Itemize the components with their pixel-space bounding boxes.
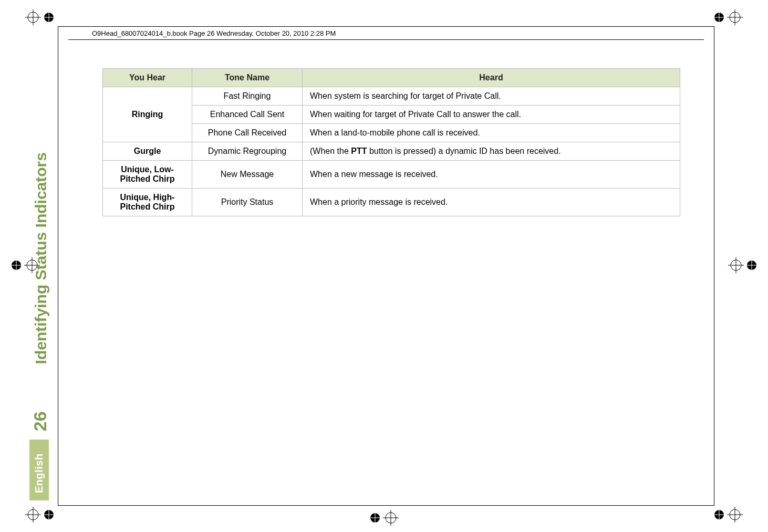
- heard-cell: When waiting for target of Private Call …: [303, 106, 680, 124]
- table-row: Ringing Fast Ringing When system is sear…: [103, 87, 680, 106]
- you-hear-cell: Unique, Low-Pitched Chirp: [103, 161, 192, 189]
- masthead-text: O9Head_68007024014_b.book Page 26 Wednes…: [92, 29, 336, 37]
- registration-mark-icon: [25, 9, 55, 25]
- section-title: Identifying Status Indicators: [33, 152, 49, 411]
- alert-tones-table: You Hear Tone Name Heard Ringing Fast Ri…: [102, 68, 680, 216]
- table-header: Heard: [303, 69, 680, 87]
- side-tab: English 26 Identifying Status Indicators: [29, 152, 49, 500]
- heard-cell: When system is searching for target of P…: [303, 87, 680, 106]
- tone-name-cell: Fast Ringing: [192, 87, 303, 106]
- you-hear-cell: Ringing: [103, 87, 192, 142]
- tone-name-cell: New Message: [192, 161, 303, 189]
- table-row: Gurgle Dynamic Regrouping (When the PTT …: [103, 142, 680, 161]
- tone-name-cell: Phone Call Received: [192, 124, 303, 142]
- page-number: 26: [31, 411, 49, 440]
- table-header: Tone Name: [192, 69, 303, 87]
- table-header: You Hear: [103, 69, 192, 87]
- heard-cell: (When the PTT button is pressed) a dynam…: [303, 142, 680, 161]
- content-area: You Hear Tone Name Heard Ringing Fast Ri…: [102, 68, 680, 216]
- registration-mark-icon: [25, 507, 55, 523]
- heard-cell: When a new message is received.: [303, 161, 680, 189]
- language-label: English: [29, 440, 49, 500]
- registration-mark-icon: [713, 9, 743, 25]
- heard-cell: When a priority message is received.: [303, 189, 680, 216]
- registration-mark-icon: [728, 257, 757, 273]
- heard-cell: When a land-to-mobile phone call is rece…: [303, 124, 680, 142]
- you-hear-cell: Unique, High-Pitched Chirp: [103, 189, 192, 216]
- you-hear-cell: Gurgle: [103, 142, 192, 161]
- tone-name-cell: Priority Status: [192, 189, 303, 216]
- tone-name-cell: Dynamic Regrouping: [192, 142, 303, 161]
- table-row: Unique, Low-Pitched Chirp New Message Wh…: [103, 161, 680, 189]
- table-header-row: You Hear Tone Name Heard: [103, 69, 680, 87]
- registration-mark-icon: [369, 510, 399, 526]
- table-row: Unique, High-Pitched Chirp Priority Stat…: [103, 189, 680, 216]
- registration-mark-icon: [713, 507, 743, 523]
- tone-name-cell: Enhanced Call Sent: [192, 106, 303, 124]
